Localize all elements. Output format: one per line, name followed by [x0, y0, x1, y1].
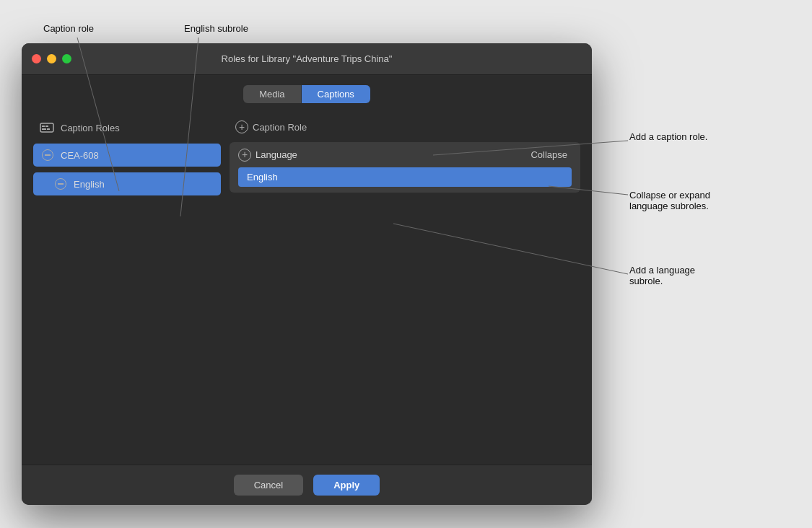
close-button[interactable]	[32, 54, 41, 63]
cea608-label: CEA-608	[61, 150, 99, 161]
cancel-button[interactable]: Cancel	[234, 475, 303, 496]
bottom-bar: Cancel Apply	[22, 465, 592, 505]
window-content: Media Captions Captio	[22, 75, 592, 505]
tab-media[interactable]: Media	[243, 85, 301, 103]
main-area: Caption Roles CEA-608 English C	[22, 110, 592, 465]
add-language-label: Language	[256, 149, 297, 160]
add-caption-role-icon[interactable]	[235, 120, 248, 133]
add-caption-role-label: Caption Role	[253, 122, 307, 133]
language-collapse-row: Language Collapse	[238, 148, 572, 162]
window-title: Roles for Library "Adventure Trips China…	[222, 53, 393, 64]
english-subrole-detail-row: English	[238, 167, 572, 187]
english-detail-label: English	[247, 172, 278, 182]
tabs-row: Media Captions	[22, 75, 592, 110]
cea608-role-row[interactable]: CEA-608	[33, 144, 221, 167]
annotation-add-caption-role: Add a caption role.	[629, 131, 707, 142]
svg-rect-1	[42, 126, 45, 127]
annotation-caption-role: Caption role	[43, 23, 94, 34]
annotation-collapse-expand: Collapse or expand language subroles.	[629, 179, 710, 211]
annotation-english-subrole: English subrole	[184, 23, 248, 34]
tab-captions[interactable]: Captions	[302, 85, 370, 103]
english-subrole-row[interactable]: English	[33, 172, 221, 195]
caption-roles-header: Caption Roles	[33, 118, 221, 138]
annotation-add-language-subrole: Add a language subrole.	[629, 254, 695, 286]
traffic-lights	[32, 54, 71, 63]
cea608-remove-icon[interactable]	[42, 149, 53, 161]
svg-rect-4	[47, 128, 50, 130]
english-label: English	[74, 179, 105, 190]
caption-roles-label: Caption Roles	[61, 123, 120, 133]
apply-button[interactable]: Apply	[313, 475, 380, 496]
add-language-icon[interactable]	[238, 149, 251, 162]
add-caption-role-row[interactable]: Caption Role	[230, 118, 580, 136]
collapse-button[interactable]: Collapse	[526, 148, 572, 162]
maximize-button[interactable]	[62, 54, 71, 63]
right-panel: Caption Role Language Collapse English	[230, 118, 580, 457]
svg-rect-2	[45, 126, 48, 127]
roles-window: Roles for Library "Adventure Trips China…	[22, 43, 592, 505]
svg-rect-3	[42, 128, 46, 130]
english-remove-icon[interactable]	[55, 178, 66, 190]
minimize-button[interactable]	[47, 54, 56, 63]
caption-icon	[39, 122, 55, 133]
svg-rect-0	[40, 123, 53, 132]
role-details-box: Language Collapse English	[230, 142, 580, 193]
left-panel: Caption Roles CEA-608 English	[33, 118, 221, 457]
titlebar: Roles for Library "Adventure Trips China…	[22, 43, 592, 75]
language-row-left: Language	[238, 149, 297, 162]
